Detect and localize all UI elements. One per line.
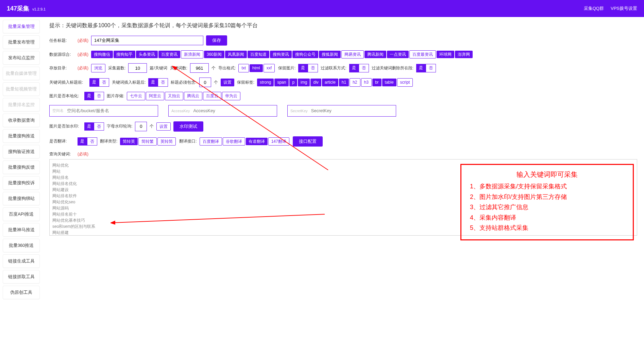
filtercontact-toggle[interactable]: 是 否 xyxy=(349,64,369,72)
export-tag-1[interactable]: html xyxy=(250,64,263,72)
source-tag-7[interactable]: 百度知道 xyxy=(248,51,269,58)
keepimg-toggle[interactable]: 是 否 xyxy=(298,64,318,72)
sidebar-item-12[interactable]: 百度API推送 xyxy=(3,207,40,221)
sidebar-item-9[interactable]: 批量搜狗反馈 xyxy=(3,160,40,174)
imglocal-yes[interactable]: 是 xyxy=(84,92,94,100)
save-button[interactable]: 保存 xyxy=(206,35,227,46)
source-tag-12[interactable]: 腾讯新闻 xyxy=(365,51,386,58)
source-tag-5[interactable]: 360新闻 xyxy=(204,51,224,58)
filterkw-yes[interactable]: 是 xyxy=(416,64,426,72)
kwbefore-toggle[interactable]: 是 否 xyxy=(89,78,109,86)
keep-tag-1[interactable]: span xyxy=(274,79,289,86)
link-qq[interactable]: 采集QQ群 xyxy=(584,5,604,12)
sidebar-item-15[interactable]: 链接生成工具 xyxy=(3,254,40,268)
source-tag-2[interactable]: 头条资讯 xyxy=(136,51,158,58)
trtype-tag-2[interactable]: 英转简 xyxy=(157,137,176,146)
wm-no[interactable]: 否 xyxy=(94,122,104,131)
trapi-tag-3[interactable]: 147翻译 xyxy=(268,137,289,146)
trapi-tag-1[interactable]: 谷歌翻译 xyxy=(223,137,245,146)
source-tag-0[interactable]: 搜狗微信 xyxy=(91,51,113,58)
browse-button[interactable]: 浏览 xyxy=(91,64,105,72)
must-set-button[interactable]: 设置 xyxy=(221,79,234,86)
kwafter-yes[interactable]: 是 xyxy=(148,78,158,86)
tr-toggle[interactable]: 是 否 xyxy=(78,137,97,146)
keep-tag-3[interactable]: img xyxy=(298,79,310,86)
provider-tag-5[interactable]: 华为云 xyxy=(222,92,240,100)
source-tag-15[interactable]: 环球网 xyxy=(437,51,454,58)
provider-tag-0[interactable]: 七牛云 xyxy=(127,92,145,100)
link-vps[interactable]: VPS拨号设置 xyxy=(611,5,637,12)
source-tag-6[interactable]: 凤凰新闻 xyxy=(225,51,247,58)
kwbefore-no[interactable]: 否 xyxy=(99,78,109,86)
tr-no[interactable]: 否 xyxy=(87,137,97,146)
keep-tag-2[interactable]: p xyxy=(289,79,297,86)
kwafter-toggle[interactable]: 是 否 xyxy=(148,78,168,86)
sidebar-item-14[interactable]: 批量360推送 xyxy=(3,239,40,252)
space-input[interactable] xyxy=(67,108,155,113)
must-input[interactable] xyxy=(199,78,211,87)
sidebar-item-17[interactable]: 伪原创工具 xyxy=(3,286,40,299)
keepimg-yes[interactable]: 是 xyxy=(298,64,308,72)
provider-tag-2[interactable]: 又拍云 xyxy=(165,92,183,100)
trtype-tag-1[interactable]: 简转繁 xyxy=(138,137,157,146)
keep-tag-7[interactable]: h2 xyxy=(350,78,360,86)
sk-input[interactable] xyxy=(311,108,393,113)
sidebar-item-1[interactable]: 批量发布管理 xyxy=(3,35,40,49)
tr-yes[interactable]: 是 xyxy=(78,137,87,146)
sidebar-item-11[interactable]: 批量搜狗绑站 xyxy=(3,192,40,205)
filterkw-toggle[interactable]: 是 否 xyxy=(416,64,436,72)
source-tag-10[interactable]: 搜狐新闻 xyxy=(319,51,341,58)
trapi-tag-2[interactable]: 有道翻译 xyxy=(246,138,268,145)
source-tag-4[interactable]: 新浪新闻 xyxy=(181,50,203,58)
task-title-input[interactable] xyxy=(91,36,203,45)
imglocal-toggle[interactable]: 是 否 xyxy=(84,92,104,100)
kwbefore-yes[interactable]: 是 xyxy=(89,78,99,86)
source-tag-14[interactable]: 百度最资讯 xyxy=(409,50,436,58)
source-tag-9[interactable]: 搜狗公众号 xyxy=(292,51,318,58)
kw-count-input[interactable] xyxy=(190,63,209,73)
wm-test-button[interactable]: 水印测试 xyxy=(173,121,203,132)
trtype-tag-0[interactable]: 简转英 xyxy=(120,138,138,145)
export-tag-0[interactable]: txt xyxy=(238,64,249,72)
keep-tag-6[interactable]: h1 xyxy=(339,79,349,86)
provider-tag-4[interactable]: 百度云 xyxy=(203,92,221,100)
filterkw-no[interactable]: 否 xyxy=(426,64,436,72)
export-tag-2[interactable]: xxf xyxy=(264,64,275,72)
trapi-tag-0[interactable]: 百度翻译 xyxy=(200,137,222,146)
coll-count-input[interactable] xyxy=(128,63,147,73)
keep-tag-10[interactable]: table xyxy=(382,79,396,86)
sidebar-item-6[interactable]: 收录数据查询 xyxy=(3,114,40,127)
sidebar-item-2[interactable]: 发布站点监控 xyxy=(3,51,40,65)
source-tag-16[interactable]: 澎湃网 xyxy=(455,51,473,58)
keepimg-no[interactable]: 否 xyxy=(308,64,318,72)
keep-tag-0[interactable]: strong xyxy=(257,79,274,86)
filtercontact-yes[interactable]: 是 xyxy=(349,64,359,72)
sidebar-item-0[interactable]: 批量采集管理 xyxy=(3,20,40,33)
wm-toggle[interactable]: 是 否 xyxy=(84,122,104,131)
keep-tag-11[interactable]: script xyxy=(397,78,413,86)
sidebar-item-16[interactable]: 链接抓取工具 xyxy=(3,270,40,284)
sidebar-item-10[interactable]: 批量搜狗投诉 xyxy=(3,176,40,190)
filtercontact-no[interactable]: 否 xyxy=(359,64,369,72)
sidebar-item-7[interactable]: 批量搜狗推送 xyxy=(3,129,40,143)
provider-tag-1[interactable]: 阿里云 xyxy=(146,92,164,100)
imglocal-no[interactable]: 否 xyxy=(94,92,104,100)
keep-tag-5[interactable]: article xyxy=(322,79,338,86)
source-tag-8[interactable]: 搜狗资讯 xyxy=(270,51,292,58)
source-tag-1[interactable]: 搜狗知乎 xyxy=(114,51,135,58)
sidebar-item-8[interactable]: 搜狗验证推送 xyxy=(3,145,40,158)
keep-tag-9[interactable]: br xyxy=(372,79,382,86)
kwafter-no[interactable]: 否 xyxy=(158,78,168,86)
source-tag-13[interactable]: 一点资讯 xyxy=(387,51,409,58)
ak-input[interactable] xyxy=(193,108,274,113)
keep-tag-4[interactable]: div xyxy=(310,79,321,86)
tr-config-button[interactable]: 接口配置 xyxy=(293,136,323,147)
keywords-textarea[interactable] xyxy=(49,159,637,236)
keep-tag-8[interactable]: h3 xyxy=(361,78,372,86)
source-tag-3[interactable]: 百度资讯 xyxy=(158,51,180,58)
wm-rotate-input[interactable] xyxy=(135,122,147,131)
source-tag-11[interactable]: 网易资讯 xyxy=(341,50,364,58)
wm-yes[interactable]: 是 xyxy=(84,122,94,131)
provider-tag-3[interactable]: 腾讯云 xyxy=(184,92,202,100)
wm-set-button[interactable]: 设置 xyxy=(156,122,171,131)
